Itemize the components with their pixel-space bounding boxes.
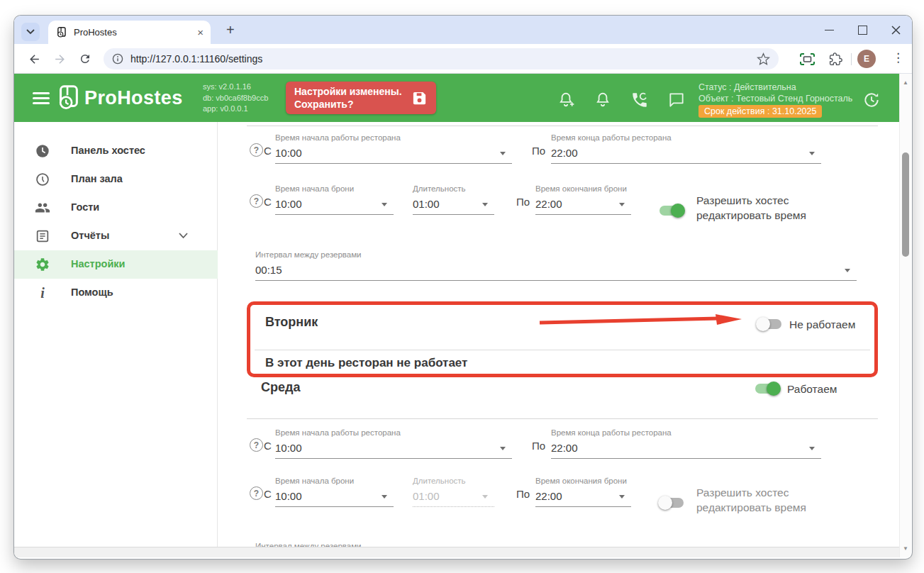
dropdown-caret-icon [809, 447, 815, 450]
sidebar-item-reports[interactable]: Отчёты [14, 222, 218, 250]
notifications-button[interactable] [594, 91, 612, 109]
browser-toolbar: http://127.0.0.1:11160/settings E ⋮ [14, 44, 912, 74]
annotation-arrow [538, 313, 744, 326]
browser-tab[interactable]: ProHostes × [48, 21, 211, 44]
monday-work-to-select[interactable]: Время конца работы ресторана 22:00 [551, 133, 821, 164]
dropdown-caret-icon [809, 152, 815, 155]
scrollbar-thumb[interactable] [902, 152, 909, 257]
forward-arrow-icon [53, 52, 67, 66]
wednesday-work-from-select[interactable]: Время начала работы ресторана 10:00 [275, 428, 512, 459]
dropdown-caret-icon [382, 203, 387, 206]
monday-interval-select[interactable]: Интервал между резервами 00:15 [255, 250, 857, 281]
version-app: app: v0.0.0.1 [203, 104, 268, 115]
monday-book-to-select[interactable]: Время окончания брони 22:00 [535, 184, 631, 215]
address-bar[interactable]: http://127.0.0.1:11160/settings [104, 48, 779, 69]
monday-duration-select[interactable]: Длительность 01:00 [413, 184, 494, 215]
monday-work-from-select[interactable]: Время начала работы ресторана 10:00 [275, 133, 512, 164]
from-prefix: С [264, 196, 272, 208]
tab-search-button[interactable] [21, 23, 40, 41]
monday-allow-edit-toggle[interactable] [658, 204, 685, 218]
forward-button[interactable] [51, 50, 68, 67]
sidebar-item-help[interactable]: i Помощь [14, 279, 218, 307]
browser-window: ProHostes × + http://127.0.0.1:11160/set… [14, 16, 912, 559]
wednesday-allow-edit-toggle[interactable] [658, 496, 685, 510]
scroll-down-arrow[interactable]: ▼ [900, 545, 911, 552]
help-icon[interactable]: ? [250, 194, 263, 208]
profile-avatar[interactable]: E [857, 50, 876, 68]
to-prefix: По [516, 488, 530, 500]
help-icon[interactable]: ? [250, 143, 263, 157]
info-icon: i [35, 285, 50, 301]
url-text: http://127.0.0.1:11160/settings [130, 53, 757, 65]
update-refresh-button[interactable] [862, 91, 881, 109]
wednesday-book-from-select[interactable]: Время начала брони 10:00 [275, 477, 394, 507]
dropdown-caret-icon [500, 152, 506, 155]
row-divider [255, 350, 870, 350]
vertical-scrollbar[interactable]: ▲ ▼ [899, 74, 911, 557]
back-button[interactable] [26, 50, 43, 67]
hamburger-menu-button[interactable] [33, 92, 50, 104]
monday-book-from-select[interactable]: Время начала брони 10:00 [275, 184, 394, 215]
prohostes-favicon [55, 26, 67, 38]
phone-callback-button[interactable] [630, 91, 649, 109]
app-header: ProHostes sys: v2.0.1.16 db: vb0ca6f8b9c… [14, 74, 899, 122]
dropdown-caret-icon [845, 269, 850, 272]
to-prefix: По [532, 440, 545, 452]
new-tab-button[interactable]: + [226, 23, 235, 36]
help-icon[interactable]: ? [250, 486, 263, 500]
tab-capture-button[interactable] [798, 50, 816, 67]
chevron-down-icon [179, 233, 188, 239]
window-minimize-button[interactable] [825, 30, 834, 30]
dropdown-caret-icon [382, 495, 387, 499]
browser-menu-button[interactable]: ⋮ [892, 50, 904, 65]
toggle-state-label: Работаем [787, 383, 837, 396]
window-maximize-button[interactable] [858, 26, 867, 35]
extensions-button[interactable] [827, 50, 844, 67]
capture-frame-icon [800, 53, 815, 65]
wednesday-book-to-select[interactable]: Время окончания брони 22:00 [535, 477, 631, 507]
sidebar-item-hall-plan[interactable]: План зала [14, 165, 218, 194]
chat-button[interactable] [667, 91, 686, 109]
guests-people-icon [35, 200, 50, 216]
site-info-icon[interactable] [112, 53, 123, 65]
to-prefix: По [516, 196, 530, 208]
settings-gear-icon [35, 257, 50, 272]
prohostes-logo-icon [55, 84, 82, 111]
allow-edit-label: Разрешить хостес редактировать время [696, 193, 835, 223]
version-info: sys: v2.0.1.16 db: vb0ca6f8b9ccb app: v0… [203, 82, 268, 115]
chevron-down-icon [26, 29, 35, 35]
sidebar-item-settings[interactable]: Настройки [14, 250, 218, 279]
version-db: db: vb0ca6f8b9ccb [203, 93, 268, 104]
sidebar-item-guests[interactable]: Гости [14, 194, 218, 222]
back-arrow-icon [28, 52, 41, 66]
tab-close-button[interactable]: × [197, 27, 204, 38]
clock-outline-icon [35, 172, 50, 187]
clock-filled-icon [35, 143, 50, 159]
dropdown-caret-icon [500, 447, 506, 450]
sidebar: Панель хостес План зала Гости Отчёты Нас… [14, 122, 218, 547]
horizontal-scrollbar[interactable] [14, 547, 899, 557]
save-settings-button[interactable]: Настройки изменены. Сохранить? [286, 82, 436, 114]
notification-add-button[interactable] [557, 91, 575, 109]
scroll-up-arrow[interactable]: ▲ [900, 79, 911, 86]
window-close-button[interactable] [891, 26, 901, 35]
reload-button[interactable] [77, 50, 94, 67]
section-divider [247, 126, 878, 126]
toolbar-divider [851, 53, 852, 65]
license-expiry-badge: Срок действия : 31.10.2025 [698, 105, 822, 118]
sidebar-item-hostess-panel[interactable]: Панель хостес [14, 137, 218, 165]
allow-edit-label: Разрешить хостес редактировать время [696, 485, 835, 515]
closed-day-text: В этот день ресторан не работает [265, 356, 467, 370]
window-controls [825, 16, 901, 44]
wednesday-working-toggle[interactable] [754, 382, 781, 396]
settings-content: ? С Время начала работы ресторана 10:00 … [218, 122, 899, 547]
dropdown-caret-icon [482, 495, 488, 499]
status-line: Статус : Действительна [698, 82, 852, 94]
from-prefix: С [264, 145, 272, 157]
help-icon[interactable]: ? [250, 438, 263, 452]
from-prefix: С [264, 440, 272, 452]
app-title: ProHostes [84, 87, 183, 109]
wednesday-work-to-select[interactable]: Время конца работы ресторана 22:00 [551, 428, 821, 459]
bookmark-star-icon[interactable] [757, 52, 770, 66]
tuesday-working-toggle[interactable] [756, 317, 783, 331]
